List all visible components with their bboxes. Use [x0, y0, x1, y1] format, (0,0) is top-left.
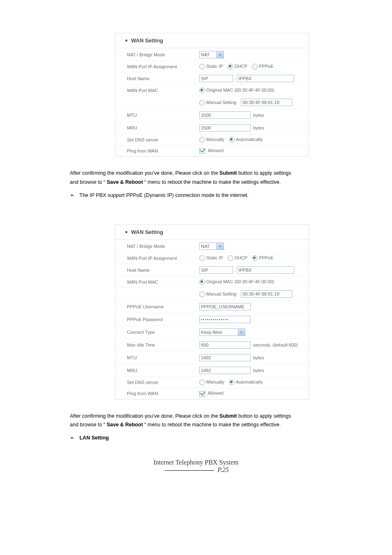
chevron-down-icon	[217, 51, 224, 58]
radio-dhcp[interactable]	[228, 64, 233, 69]
bullet-icon	[125, 39, 127, 42]
row-connect-type: Connect Type Keep Alive	[115, 326, 309, 339]
radio-dhcp[interactable]	[228, 255, 233, 261]
row-wan-mac-manual: Manual Setting 00:30:4F:88:81:18	[115, 288, 309, 301]
max-idle-input[interactable]: 600	[199, 341, 251, 349]
pppoe-username-input[interactable]: PPPOE_USERNAME	[199, 303, 251, 310]
row-max-idle: Max Idle Time 600 seconds. (default:600)	[115, 339, 309, 352]
label: Set DNS server	[115, 134, 199, 146]
radio-static-ip[interactable]	[199, 64, 205, 69]
chevron-down-icon	[238, 329, 245, 335]
hostname-2-input[interactable]: IPPBX	[237, 266, 294, 274]
mru-input[interactable]: 1492	[199, 367, 251, 374]
row-ip-assign: WAN Port IP Assignment Static IP DHCP PP…	[115, 253, 309, 264]
chevron-down-icon	[217, 243, 224, 250]
underline-icon	[165, 470, 214, 471]
radio-dns-manual[interactable]	[199, 379, 205, 385]
radio-static-ip[interactable]	[199, 255, 205, 261]
pppoe-password-input[interactable]: ••••••••••••••	[199, 316, 251, 323]
ping-allowed-checkbox[interactable]	[199, 148, 205, 154]
radio-dns-auto[interactable]	[229, 379, 235, 385]
label: WAN Port IP Assignment	[115, 61, 199, 72]
radio-manual-mac[interactable]	[199, 291, 205, 297]
panel-title: WAN Setting	[131, 229, 163, 235]
radio-original-mac[interactable]	[199, 88, 205, 93]
row-pppoe-user: PPPoE Username PPPOE_USERNAME	[115, 301, 309, 313]
label: Host Name	[115, 72, 199, 85]
row-wan-mac-manual: Manual Setting 00:30:4F:88:81:18	[115, 96, 309, 109]
arrow-bullet-icon: ➢	[70, 433, 78, 442]
radio-pppoe[interactable]	[252, 64, 258, 69]
row-dns: Set DNS server Manually Automatically	[115, 377, 309, 388]
hostname-1-input[interactable]: SIP	[199, 75, 233, 82]
hostname-1-input[interactable]: SIP	[199, 266, 233, 274]
nat-bridge-select[interactable]: NAT	[199, 243, 224, 250]
doc-paragraph-b: After confirming the modification you’ve…	[70, 412, 349, 443]
wan-setting-panel-dhcp: WAN Setting NAT / Bridge Mode NAT WAN Po…	[115, 33, 309, 157]
row-mru: MRU 1492 bytes	[115, 364, 309, 377]
connect-type-select[interactable]: Keep Alive	[199, 328, 245, 336]
row-wan-mac-original: WAN Port MAC Original MAC (00:30:4F:4F:0…	[115, 277, 309, 288]
doc-footer-title: Internet Telephony PBX System P.25	[130, 459, 262, 474]
ping-allowed-checkbox[interactable]	[199, 391, 205, 397]
row-ping: Ping from WAN Allowed	[115, 388, 309, 399]
label: MRU	[115, 122, 199, 134]
row-wan-mac-original: WAN Port MAC Original MAC (00:30:4F:4F:0…	[115, 85, 309, 96]
row-nat-bridge: NAT / Bridge Mode NAT	[115, 240, 309, 253]
panel-heading: WAN Setting	[115, 225, 309, 240]
row-hostname: Host Name SIP . IPPBX	[115, 264, 309, 277]
manual-mac-input[interactable]: 00:30:4F:88:81:18	[241, 290, 292, 298]
row-dns: Set DNS server Manually Automatically	[115, 134, 309, 146]
row-pppoe-pass: PPPoE Password ••••••••••••••	[115, 313, 309, 326]
panel-title: WAN Setting	[131, 37, 163, 44]
label: Ping from WAN	[115, 146, 199, 157]
mru-input[interactable]: 1500	[199, 124, 251, 132]
mtu-input[interactable]: 1492	[199, 354, 251, 361]
radio-pppoe[interactable]	[252, 255, 258, 261]
mtu-input[interactable]: 1500	[199, 111, 251, 119]
row-hostname: Host Name SIP . IPPBX	[115, 72, 309, 85]
row-mtu: MTU 1492 bytes	[115, 352, 309, 364]
label: NAT / Bridge Mode	[115, 49, 199, 61]
row-ping: Ping from WAN Allowed	[115, 146, 309, 157]
manual-mac-input[interactable]: 00:30:4F:88:81:18	[241, 99, 292, 106]
row-mtu: MTU 1500 bytes	[115, 109, 309, 122]
row-nat-bridge: NAT / Bridge Mode NAT	[115, 49, 309, 61]
row-mru: MRU 1500 bytes	[115, 122, 309, 134]
bullet-icon	[125, 231, 127, 233]
radio-original-mac[interactable]	[199, 279, 205, 285]
wan-setting-panel-pppoe: WAN Setting NAT / Bridge Mode NAT WAN Po…	[115, 224, 309, 399]
label: WAN Port MAC	[115, 85, 199, 96]
label: MTU	[115, 109, 199, 122]
nat-bridge-select[interactable]: NAT	[199, 51, 224, 58]
arrow-bullet-icon: ➢	[70, 191, 78, 200]
panel-heading: WAN Setting	[115, 33, 309, 48]
doc-paragraph-a: After confirming the modification you’ve…	[70, 169, 349, 200]
radio-manual-mac[interactable]	[199, 100, 205, 106]
row-ip-assign: WAN Port IP Assignment Static IP DHCP PP…	[115, 61, 309, 72]
radio-dns-manual[interactable]	[199, 137, 205, 143]
hostname-2-input[interactable]: IPPBX	[237, 75, 294, 82]
radio-dns-auto[interactable]	[229, 137, 235, 143]
